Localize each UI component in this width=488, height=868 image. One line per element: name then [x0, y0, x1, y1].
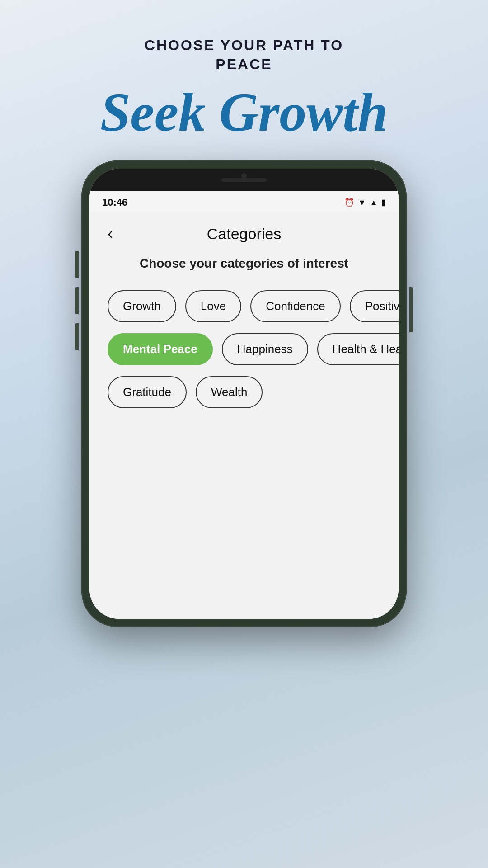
top-section: CHOOSE YOUR PATH TO PEACE Seek Growth	[0, 0, 488, 160]
back-button[interactable]: ‹	[108, 226, 113, 242]
main-title: Seek Growth	[100, 83, 388, 142]
page-description: Choose your categories of interest	[108, 255, 380, 272]
subtitle: CHOOSE YOUR PATH TO PEACE	[145, 36, 343, 74]
chip-happiness[interactable]: Happiness	[222, 333, 308, 365]
side-button-silent	[75, 323, 79, 350]
wifi-icon: ▼	[358, 198, 366, 208]
status-time: 10:46	[102, 197, 127, 208]
chip-positivity[interactable]: Positivity	[350, 290, 399, 322]
category-row-1: Growth Love Confidence Positivity	[108, 290, 380, 322]
app-content: ‹ Categories Choose your categories of i…	[89, 212, 399, 619]
side-button-volume-down	[75, 287, 79, 314]
phone-screen: 10:46 ⏰ ▼ ▲ ▮ ‹ Categories Choose your c…	[89, 169, 399, 619]
chip-gratitude[interactable]: Gratitude	[108, 376, 187, 408]
signal-icon: ▲	[370, 198, 378, 208]
chip-health-healing[interactable]: Health & Healing	[317, 333, 399, 365]
speaker-grill	[221, 178, 267, 182]
chip-confidence[interactable]: Confidence	[250, 290, 341, 322]
nav-title: Categories	[207, 225, 281, 243]
chip-growth[interactable]: Growth	[108, 290, 176, 322]
side-button-power	[409, 287, 413, 332]
phone-outer: 10:46 ⏰ ▼ ▲ ▮ ‹ Categories Choose your c…	[81, 160, 407, 627]
side-button-volume-up	[75, 251, 79, 278]
phone-mockup: 10:46 ⏰ ▼ ▲ ▮ ‹ Categories Choose your c…	[81, 160, 407, 627]
category-row-2: Mental Peace Happiness Health & Healing	[108, 333, 380, 365]
status-icons: ⏰ ▼ ▲ ▮	[344, 198, 386, 208]
phone-top-bar	[89, 169, 399, 191]
alarm-icon: ⏰	[344, 198, 354, 208]
nav-bar: ‹ Categories	[108, 226, 380, 242]
chip-mental-peace[interactable]: Mental Peace	[108, 333, 213, 365]
status-bar: 10:46 ⏰ ▼ ▲ ▮	[89, 191, 399, 212]
battery-icon: ▮	[381, 198, 386, 208]
chip-love[interactable]: Love	[185, 290, 241, 322]
chip-wealth[interactable]: Wealth	[196, 376, 263, 408]
category-row-3: Gratitude Wealth	[108, 376, 380, 408]
categories-container: Growth Love Confidence Positivity Mental…	[108, 290, 380, 408]
